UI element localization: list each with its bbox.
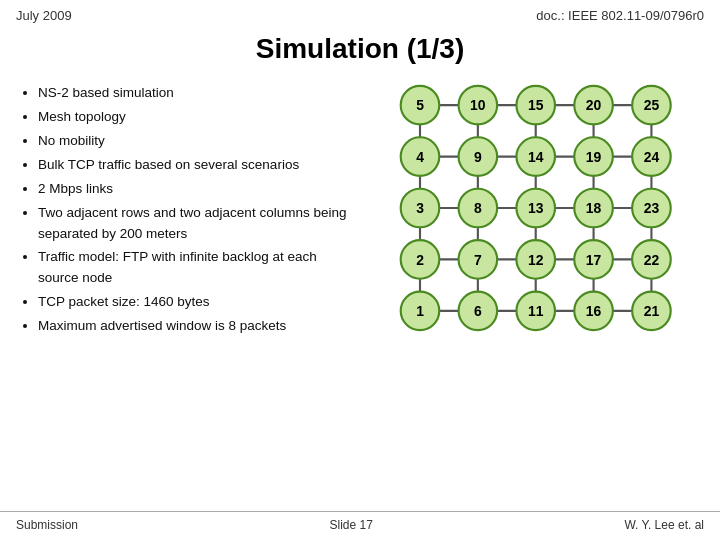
header-left: July 2009 xyxy=(16,8,72,23)
mesh-node: 25 xyxy=(632,86,671,125)
svg-text:21: 21 xyxy=(644,303,660,319)
footer-right: W. Y. Lee et. al xyxy=(624,518,704,532)
mesh-node: 6 xyxy=(459,292,498,331)
svg-text:20: 20 xyxy=(586,98,602,114)
svg-text:16: 16 xyxy=(586,303,602,319)
svg-text:15: 15 xyxy=(528,98,544,114)
mesh-node: 24 xyxy=(632,137,671,176)
bullet-item: 2 Mbps links xyxy=(38,179,360,200)
bullet-item: NS-2 based simulation xyxy=(38,83,360,104)
svg-text:8: 8 xyxy=(474,200,482,216)
svg-text:11: 11 xyxy=(528,303,544,319)
mesh-node: 12 xyxy=(516,240,555,279)
mesh-node: 14 xyxy=(516,137,555,176)
mesh-node: 5 xyxy=(401,86,440,125)
mesh-node: 18 xyxy=(574,189,613,228)
bullet-item: TCP packet size: 1460 bytes xyxy=(38,292,360,313)
mesh-node: 21 xyxy=(632,292,671,331)
mesh-node: 8 xyxy=(459,189,498,228)
svg-text:3: 3 xyxy=(416,200,424,216)
svg-text:7: 7 xyxy=(474,252,482,268)
svg-text:2: 2 xyxy=(416,252,424,268)
svg-text:10: 10 xyxy=(470,98,486,114)
bullet-item: Two adjacent rows and two adjacent colum… xyxy=(38,203,360,245)
bullet-item: Traffic model: FTP with infinite backlog… xyxy=(38,247,360,289)
bullet-item: Mesh topology xyxy=(38,107,360,128)
svg-text:23: 23 xyxy=(644,200,660,216)
header-right: doc.: IEEE 802.11-09/0796r0 xyxy=(536,8,704,23)
svg-text:24: 24 xyxy=(644,149,660,165)
mesh-node: 2 xyxy=(401,240,440,279)
mesh-diagram: 1234567891011121314151617181920212223242… xyxy=(380,83,700,363)
mesh-node: 4 xyxy=(401,137,440,176)
svg-text:17: 17 xyxy=(586,252,602,268)
svg-text:4: 4 xyxy=(416,149,424,165)
svg-text:6: 6 xyxy=(474,303,482,319)
svg-text:14: 14 xyxy=(528,149,544,165)
mesh-node: 11 xyxy=(516,292,555,331)
mesh-node: 20 xyxy=(574,86,613,125)
mesh-node: 19 xyxy=(574,137,613,176)
mesh-node: 3 xyxy=(401,189,440,228)
svg-text:9: 9 xyxy=(474,149,482,165)
svg-text:12: 12 xyxy=(528,252,544,268)
mesh-node: 9 xyxy=(459,137,498,176)
svg-text:13: 13 xyxy=(528,200,544,216)
svg-text:19: 19 xyxy=(586,149,602,165)
mesh-node: 7 xyxy=(459,240,498,279)
svg-text:5: 5 xyxy=(416,98,424,114)
mesh-node: 22 xyxy=(632,240,671,279)
mesh-node: 23 xyxy=(632,189,671,228)
page-title: Simulation (1/3) xyxy=(0,33,720,65)
bullet-list: NS-2 based simulationMesh topologyNo mob… xyxy=(20,83,360,363)
footer-center: Slide 17 xyxy=(330,518,373,532)
mesh-node: 16 xyxy=(574,292,613,331)
mesh-node: 1 xyxy=(401,292,440,331)
bullet-item: Bulk TCP traffic based on several scenar… xyxy=(38,155,360,176)
footer-left: Submission xyxy=(16,518,78,532)
svg-text:1: 1 xyxy=(416,303,424,319)
bullet-item: No mobility xyxy=(38,131,360,152)
mesh-node: 13 xyxy=(516,189,555,228)
mesh-node: 10 xyxy=(459,86,498,125)
svg-text:18: 18 xyxy=(586,200,602,216)
mesh-node: 17 xyxy=(574,240,613,279)
mesh-node: 15 xyxy=(516,86,555,125)
svg-text:25: 25 xyxy=(644,98,660,114)
bullet-item: Maximum advertised window is 8 packets xyxy=(38,316,360,337)
svg-text:22: 22 xyxy=(644,252,660,268)
